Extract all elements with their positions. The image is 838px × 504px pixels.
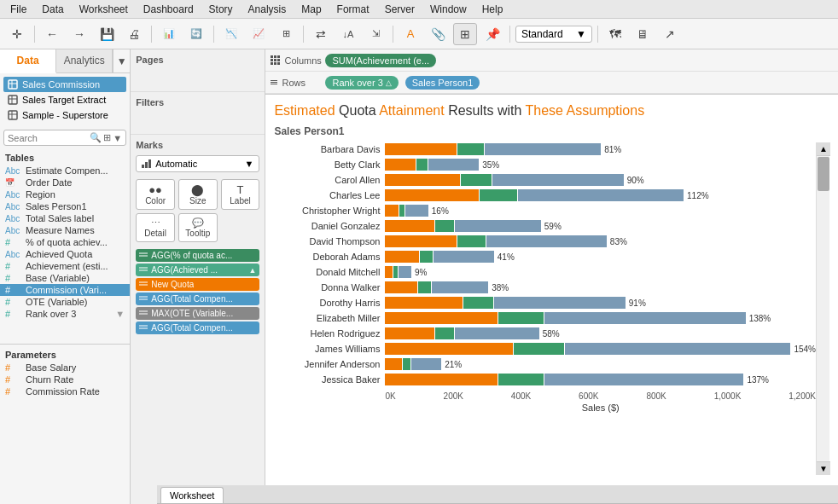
toolbar-move-btn[interactable]: ✛ bbox=[5, 23, 29, 45]
standard-dropdown[interactable]: Standard ▼ bbox=[515, 26, 592, 43]
columns-shelf: Columns SUM(Achievement (e... bbox=[265, 49, 838, 72]
rows-pill-1[interactable]: Rank over 3 △ bbox=[325, 76, 398, 90]
menu-dashboard[interactable]: Dashboard bbox=[137, 2, 201, 17]
field-achieved-quota[interactable]: Abc Achieved Quota bbox=[0, 248, 130, 260]
menu-story[interactable]: Story bbox=[202, 2, 240, 17]
field-base[interactable]: # Base (Variable) bbox=[0, 272, 130, 284]
bar-segment bbox=[434, 251, 493, 263]
menu-file[interactable]: File bbox=[3, 2, 33, 17]
marks-tooltip-btn[interactable]: 💬 Tooltip bbox=[178, 213, 218, 242]
bar-pct: 35% bbox=[482, 160, 499, 170]
scrollbar-up-btn[interactable]: ▲ bbox=[817, 142, 830, 156]
bar-label: Jessica Baker bbox=[274, 374, 385, 385]
tab-analytics[interactable]: Analytics bbox=[56, 49, 113, 72]
marks-size-btn[interactable]: ⬤ Size bbox=[178, 179, 218, 210]
marks-field-4[interactable]: AGG(Total Compen... bbox=[136, 293, 259, 305]
toolbar-extract-btn[interactable]: 🔄 bbox=[184, 23, 208, 45]
color-label: Color bbox=[145, 196, 166, 206]
toolbar-tooltip-btn[interactable]: ⊞ bbox=[453, 23, 477, 45]
toolbar-forward-btn[interactable]: → bbox=[67, 23, 91, 45]
columns-label: Columns bbox=[271, 55, 322, 66]
toolbar-save-btn[interactable]: 💾 bbox=[95, 23, 119, 45]
toolbar-sep-3 bbox=[213, 26, 214, 43]
field-estimate[interactable]: Abc Estimate Compen... bbox=[0, 165, 130, 177]
toolbar-print-btn[interactable]: 🖨 bbox=[122, 23, 146, 45]
tab-data[interactable]: Data bbox=[0, 49, 56, 73]
toolbar-sort-desc-btn[interactable]: ↓A bbox=[336, 23, 360, 45]
toolbar-pin-btn[interactable]: 📌 bbox=[480, 23, 504, 45]
color-icon: ●● bbox=[148, 183, 162, 196]
bar-segment bbox=[385, 297, 462, 309]
marks-label-btn[interactable]: T Label bbox=[221, 179, 260, 210]
search-input[interactable] bbox=[8, 133, 90, 143]
sort-icon[interactable]: ▼ bbox=[113, 133, 122, 143]
toolbar-highlight-btn[interactable]: A bbox=[399, 23, 422, 45]
marks-field-1[interactable]: AGG(% of quota ac... bbox=[136, 249, 259, 262]
tab-expand-btn[interactable]: ▼ bbox=[113, 49, 130, 72]
bar-area: 90% bbox=[385, 173, 816, 187]
field-region[interactable]: Abc Region bbox=[0, 188, 130, 200]
marks-field-2[interactable]: AGG(Achieved ... ▲ bbox=[136, 264, 259, 276]
search-icon[interactable]: 🔍 bbox=[90, 132, 102, 143]
rows-pill-2[interactable]: Sales Person1 bbox=[405, 76, 480, 90]
menu-help[interactable]: Help bbox=[475, 2, 510, 17]
toolbar-sep-5 bbox=[393, 26, 393, 43]
param-churn-rate[interactable]: # Churn Rate bbox=[0, 374, 130, 385]
field-ote[interactable]: # OTE (Variable) bbox=[0, 296, 130, 308]
grid-icon[interactable]: ⊞ bbox=[103, 132, 111, 143]
toolbar-map-btn[interactable]: 🗺 bbox=[603, 23, 627, 45]
bar-segment bbox=[420, 251, 433, 263]
columns-pill[interactable]: SUM(Achievement (e... bbox=[325, 54, 436, 67]
scrollbar-thumb[interactable] bbox=[818, 157, 829, 191]
field-rank[interactable]: # Rank over 3 ▼ bbox=[0, 308, 130, 320]
menu-analysis[interactable]: Analysis bbox=[242, 2, 294, 17]
toolbar-fit-btn[interactable]: ⇲ bbox=[364, 23, 387, 45]
toolbar-line-btn[interactable]: 📈 bbox=[247, 23, 271, 45]
toolbar-back-btn[interactable]: ← bbox=[40, 23, 64, 45]
marks-field-3[interactable]: New Quota bbox=[136, 278, 259, 291]
scrollbar-down-btn[interactable]: ▼ bbox=[817, 461, 830, 475]
bar-segment bbox=[457, 235, 486, 247]
toolbar-share-btn[interactable]: ↗ bbox=[658, 23, 682, 45]
field-order-date[interactable]: 📅 Order Date bbox=[0, 177, 130, 188]
field-pct-quota[interactable]: # % of quota achiev... bbox=[0, 236, 130, 248]
param-icon-1: # bbox=[5, 362, 22, 373]
toolbar-new-ds-btn[interactable]: 📊 bbox=[157, 23, 181, 45]
marks-color-btn[interactable]: ●● Color bbox=[136, 179, 175, 210]
menu-format[interactable]: Format bbox=[330, 2, 376, 17]
mf-label-1: AGG(% of quota ac... bbox=[151, 251, 232, 260]
field-sales-person[interactable]: Abc Sales Person1 bbox=[0, 200, 130, 212]
scrollbar-track[interactable] bbox=[817, 156, 829, 461]
menu-server[interactable]: Server bbox=[378, 2, 422, 17]
datasource-superstore[interactable]: Sample - Superstore bbox=[3, 107, 126, 123]
param-commission-rate[interactable]: # Commission Rate bbox=[0, 385, 130, 397]
bottom-tab-worksheet[interactable]: Worksheet bbox=[160, 487, 224, 503]
marks-type-dropdown[interactable]: Automatic ▼ bbox=[136, 155, 259, 172]
datasource-sales-target[interactable]: Sales Target Extract bbox=[3, 92, 126, 107]
marks-detail-btn[interactable]: ⋯ Detail bbox=[136, 213, 175, 242]
toolbar-bar-btn[interactable]: 📉 bbox=[219, 23, 243, 45]
bar-pct: 59% bbox=[544, 222, 562, 231]
field-achievement[interactable]: # Achievement (esti... bbox=[0, 260, 130, 272]
bar-segment bbox=[416, 159, 428, 171]
menu-data[interactable]: Data bbox=[35, 2, 70, 17]
marks-field-5[interactable]: MAX(OTE (Variable... bbox=[136, 307, 259, 320]
field-total-sales[interactable]: Abc Total Sales label bbox=[0, 212, 130, 224]
menu-worksheet[interactable]: Worksheet bbox=[73, 2, 135, 17]
field-label-8: Achieved Quota bbox=[26, 249, 92, 259]
param-base-salary[interactable]: # Base Salary bbox=[0, 362, 130, 374]
field-measure-names[interactable]: Abc Measure Names bbox=[0, 224, 130, 236]
field-commission[interactable]: # Commission (Vari... bbox=[0, 284, 130, 296]
menu-window[interactable]: Window bbox=[423, 2, 474, 17]
toolbar-annotate-btn[interactable]: 📎 bbox=[426, 23, 450, 45]
toolbar-scatter-btn[interactable]: ⊞ bbox=[274, 23, 298, 45]
toolbar-swap-btn[interactable]: ⇄ bbox=[309, 23, 333, 45]
mf-icon-1 bbox=[139, 252, 148, 260]
toolbar-device-btn[interactable]: 🖥 bbox=[631, 23, 655, 45]
marks-field-6[interactable]: AGG(Total Compen... bbox=[136, 322, 259, 334]
menu-map[interactable]: Map bbox=[294, 2, 328, 17]
datasource-sales-commission[interactable]: Sales Commission bbox=[3, 77, 126, 92]
chart-main: Barbara Davis81%Betty Clark35%Carol Alle… bbox=[274, 142, 816, 475]
bar-segment bbox=[565, 343, 790, 355]
bar-pct: 90% bbox=[627, 176, 644, 185]
